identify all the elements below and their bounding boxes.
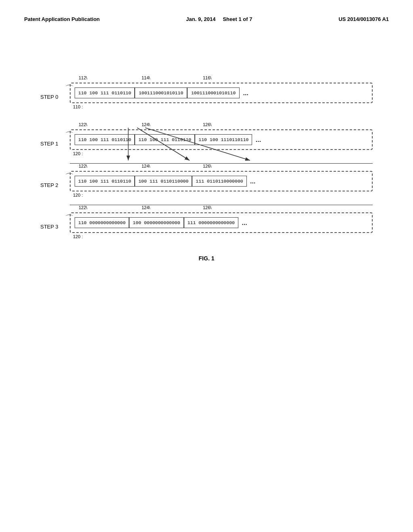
ref-126c: 126\: [203, 205, 211, 210]
step1-outer-ref: 120 :: [73, 151, 373, 156]
ref-126a: 126\: [203, 122, 211, 127]
step1-outer-box: ⌒ 110 100 111 0110110 110 100 111 011011…: [70, 129, 373, 150]
step2-cells: 110 100 111 0110110 100 111 0110110000 1…: [75, 176, 256, 187]
header-publication-label: Patent Application Publication: [24, 16, 100, 22]
step3-group: STEP 3 122\ 124\ 126\ ⌒ 110 000000000000…: [40, 212, 373, 239]
step1-cell2: 110 100 111 0110110: [135, 134, 195, 145]
ref-116: 116\: [203, 75, 211, 80]
page: Patent Application Publication Jan. 9, 2…: [0, 0, 413, 532]
step2-brace: ⌒: [65, 171, 74, 183]
step0-dots: …: [243, 90, 248, 96]
ref-112: 112\: [79, 75, 87, 80]
ref-126b: 126\: [203, 164, 211, 168]
step2-group: STEP 2 122\ 124\ 126\ ⌒ 110 100 111 0110…: [40, 171, 373, 197]
header-date: Jan. 9, 2014: [186, 16, 215, 22]
ref-124c: 124\: [142, 205, 150, 210]
step0-cell3: 1001110001010110: [187, 87, 240, 98]
header-patent-number: US 2014/0013076 A1: [338, 16, 389, 22]
step1-group: STEP 1 122\ 124\ 126\ ⌒ 110 100 111 0110…: [40, 129, 373, 156]
fig-label: FIG. 1: [40, 255, 373, 262]
step3-cell1: 110 0000000000000: [75, 217, 129, 228]
step1-dots: …: [255, 137, 261, 143]
step0-outer-box: ⌒ 110 100 111 0110110 1001110001010110 1…: [70, 83, 373, 103]
divider-2: [70, 205, 373, 205]
step2-cell1: 110 100 111 0110110: [75, 176, 135, 187]
divider-1: [70, 163, 373, 164]
step3-cell3: 111 0000000000000: [184, 217, 238, 228]
step3-outer-ref: 120 :: [73, 234, 373, 239]
ref-124a: 124\: [142, 122, 150, 127]
step3-brace: ⌒: [65, 213, 74, 225]
step0-cells: 110 100 111 0110110 1001110001010110 100…: [75, 87, 248, 98]
step2-container: 122\ 124\ 126\ ⌒ 110 100 111 0110110 100…: [70, 171, 373, 197]
step0-brace: ⌒: [65, 83, 74, 95]
step1-label: STEP 1: [40, 141, 63, 147]
step0-container: 112\ 114\ 116\ ⌒ 110 100 111 0110110 100…: [70, 83, 373, 109]
step2-outer-ref: 120 :: [73, 193, 373, 197]
step1-cell1: 110 100 111 0110110: [75, 134, 135, 145]
step1-container: 122\ 124\ 126\ ⌒ 110 100 111 0110110 110…: [70, 129, 373, 156]
step0-group: STEP 0 112\ 114\ 116\ ⌒ 110 100 111 0110…: [40, 83, 373, 109]
step3-cell2: 100 0000000000000: [129, 217, 184, 228]
step0-outer-ref: 110 :: [73, 104, 373, 109]
ref-122b: 122\: [79, 164, 87, 168]
step3-cells: 110 0000000000000 100 0000000000000 111 …: [75, 217, 247, 228]
step3-outer-box: ⌒ 110 0000000000000 100 0000000000000 11…: [70, 212, 373, 233]
step1-cell3: 110 100 1110110110: [195, 134, 252, 145]
ref-114: 114\: [142, 75, 150, 80]
header-date-sheet: Jan. 9, 2014 Sheet 1 of 7: [186, 16, 252, 22]
step2-cell2: 100 111 0110110000: [135, 176, 192, 187]
step0-cell2: 1001110001010110: [135, 87, 187, 98]
step3-container: 122\ 124\ 126\ ⌒ 110 0000000000000 100 0…: [70, 212, 373, 239]
step2-label: STEP 2: [40, 182, 63, 188]
step3-dots: …: [242, 220, 247, 226]
ref-122a: 122\: [79, 122, 87, 127]
page-header: Patent Application Publication Jan. 9, 2…: [24, 16, 389, 22]
step3-label: STEP 3: [40, 224, 63, 230]
diagram-area: STEP 0 112\ 114\ 116\ ⌒ 110 100 111 0110…: [24, 83, 389, 262]
step2-cell3: 111 0110110000000: [192, 176, 246, 187]
step1-brace: ⌒: [65, 130, 74, 142]
ref-122c: 122\: [79, 205, 87, 210]
step2-outer-box: ⌒ 110 100 111 0110110 100 111 0110110000…: [70, 171, 373, 191]
step2-dots: …: [250, 178, 256, 185]
step0-step1-block: STEP 0 112\ 114\ 116\ ⌒ 110 100 111 0110…: [40, 83, 373, 156]
step0-label: STEP 0: [40, 94, 63, 100]
header-sheet: Sheet 1 of 7: [223, 16, 252, 22]
step1-cells: 110 100 111 0110110 110 100 111 0110110 …: [75, 134, 261, 145]
step0-cell1: 110 100 111 0110110: [75, 87, 135, 98]
ref-124b: 124\: [142, 164, 150, 168]
